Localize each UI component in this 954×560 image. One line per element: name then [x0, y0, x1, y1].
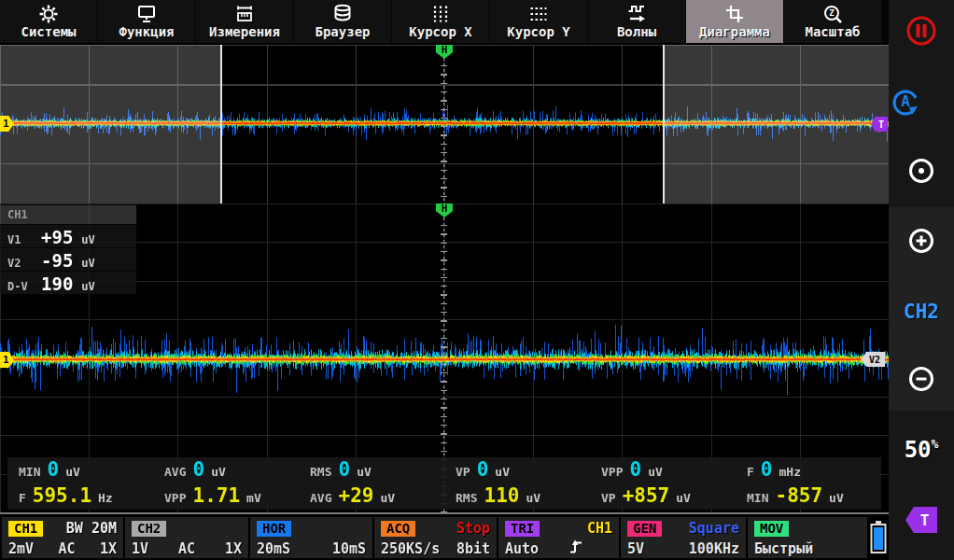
- menu-item-label: Браузер: [315, 24, 370, 39]
- meas-unit: uV: [211, 465, 226, 479]
- menu-item-cursor-y[interactable]: Курсор Y: [490, 0, 587, 43]
- zoom-window-right-edge[interactable]: [663, 45, 665, 203]
- status-group-acquisition[interactable]: ACQ Stop 250KS/s 8bit: [374, 517, 497, 558]
- trigger-t-icon: T: [905, 507, 937, 533]
- database-icon: [332, 4, 353, 24]
- channel-select-ch2[interactable]: CH2: [889, 301, 954, 323]
- meas-unit: uV: [495, 465, 510, 479]
- zoom-out-button[interactable]: [889, 365, 954, 397]
- measurement-cell: VPP0uV: [590, 457, 736, 483]
- measurement-cell: AVG+29uV: [299, 483, 444, 510]
- meas-value: 0: [761, 460, 773, 480]
- menu-item-cursor-x[interactable]: Курсор X: [392, 0, 489, 43]
- menu-item-measurements[interactable]: Измерения: [196, 0, 293, 43]
- measurements-row-2: F595.1Hz VPP1.71mV AVG+29uV RMS110uV VP+…: [7, 483, 881, 510]
- zoom-in-button[interactable]: [889, 227, 954, 259]
- zoom-window-left-edge[interactable]: [220, 45, 222, 203]
- ch2-label: CH2: [904, 301, 939, 323]
- meas-value: 595.1: [33, 486, 91, 506]
- gear-icon: [38, 4, 59, 24]
- cursor-row-v1: V1 +95 uV: [0, 224, 136, 247]
- menu-item-diagram[interactable]: Диаграмма: [686, 0, 783, 43]
- zoom-level-button[interactable]: 50%: [889, 437, 954, 463]
- ch2-badge: CH2: [132, 521, 166, 537]
- meas-value: +29: [338, 486, 373, 506]
- run-state: Stop: [456, 520, 490, 537]
- menu-item-systems[interactable]: Системы: [0, 0, 97, 43]
- measurement-cell: RMS0uV: [299, 457, 444, 483]
- minus-circle-icon: [907, 365, 935, 397]
- dot-circle-button[interactable]: [889, 157, 954, 189]
- meas-label: F: [19, 491, 26, 505]
- overview-strip: H 1 T: [0, 45, 889, 204]
- trigger-source: CH1: [587, 520, 612, 537]
- trigger-menu-button[interactable]: T: [889, 507, 954, 533]
- cursor-panel-title: CH1: [0, 205, 136, 224]
- resolution: 8bit: [456, 540, 490, 557]
- bw-value: 20M: [91, 520, 117, 537]
- meas-unit: uV: [676, 491, 691, 505]
- ch1-coupling: AC: [58, 540, 75, 557]
- auto-button[interactable]: A: [889, 86, 922, 119]
- cursor-unit: uV: [81, 233, 94, 246]
- cursor-unit: uV: [81, 257, 94, 270]
- status-group-trigger[interactable]: TRI CH1 Auto: [498, 517, 619, 558]
- mov-badge: MOV: [754, 521, 789, 537]
- cursor-y-icon: [528, 4, 549, 24]
- meas-unit: mHz: [779, 465, 800, 479]
- status-group-movement[interactable]: MOV Быстрый: [748, 517, 867, 558]
- measurement-cell: MIN0uV: [7, 457, 153, 483]
- measurement-cell: F0mHz: [736, 457, 881, 483]
- menu-item-waves[interactable]: Волны: [588, 0, 685, 43]
- status-group-ch2[interactable]: CH2 1V AC 1X: [125, 517, 248, 558]
- zoom-z-icon: Z: [822, 4, 843, 24]
- meas-label: F: [747, 465, 754, 479]
- meas-unit: mV: [246, 491, 261, 505]
- menu-item-label: Диаграмма: [699, 24, 770, 39]
- meas-value: 0: [629, 460, 641, 480]
- hor-badge: HOR: [257, 521, 291, 537]
- meas-value: 1.71: [192, 486, 240, 506]
- measurement-cell: VP+857uV: [590, 483, 736, 510]
- meas-value: 0: [47, 460, 59, 480]
- cursor-value: 190: [41, 273, 73, 294]
- measurement-cell: VP0uV: [444, 457, 590, 483]
- meas-unit: uV: [526, 491, 540, 505]
- top-menu-bar: Системы Функция Измерения Браузер Курсор…: [0, 0, 889, 43]
- cursor-x-icon: [430, 4, 451, 24]
- status-group-generator[interactable]: GEN Square 5V 100KHz: [621, 517, 746, 558]
- hor-zoom-scale: 10mS: [332, 540, 366, 557]
- cursor-label: V1: [0, 233, 41, 246]
- meas-value: 110: [484, 486, 519, 506]
- cursor-row-v2: V2 -95 uV: [0, 247, 136, 271]
- meas-value: 0: [477, 460, 489, 480]
- status-group-horizontal[interactable]: HOR 20mS 10mS: [250, 517, 372, 558]
- square-wave-icon: [626, 4, 647, 24]
- menu-item-scale[interactable]: Z Масштаб: [784, 0, 881, 43]
- menu-item-label: Системы: [21, 24, 76, 39]
- menu-item-browser[interactable]: Браузер: [294, 0, 391, 43]
- gen-badge: GEN: [627, 521, 662, 537]
- pause-button[interactable]: [889, 15, 954, 50]
- measurements-row-1: MIN0uV AVG0uV RMS0uV VP0uV VPP0uV F0mHz: [7, 457, 881, 483]
- zoom-level-value: 50: [905, 437, 932, 463]
- ch2-scale: 1V: [132, 540, 148, 557]
- cursor-value: -95: [41, 250, 73, 271]
- dim-region-left: [0, 45, 220, 203]
- cursor-unit: uV: [81, 280, 94, 293]
- meas-label: MIN: [747, 491, 768, 505]
- right-sidebar: A CH2 50% T: [889, 0, 954, 560]
- sample-rate: 250KS/s: [381, 540, 440, 557]
- menu-item-function[interactable]: Функция: [98, 0, 195, 43]
- gen-amplitude: 5V: [627, 540, 644, 557]
- meas-label: VPP: [601, 465, 623, 479]
- meas-label: VP: [601, 491, 616, 505]
- scope-bottom-border: [0, 512, 889, 514]
- gen-waveform: Square: [689, 520, 739, 537]
- acq-badge: ACQ: [381, 521, 415, 537]
- measurements-bar: MIN0uV AVG0uV RMS0uV VP0uV VPP0uV F0mHz …: [7, 457, 881, 510]
- status-group-ch1[interactable]: CH1 BW20M 2mV AC 1X: [2, 517, 123, 558]
- trigger-mode: Auto: [505, 540, 539, 557]
- hor-main-scale: 20mS: [257, 540, 290, 557]
- meas-value: 0: [192, 460, 204, 480]
